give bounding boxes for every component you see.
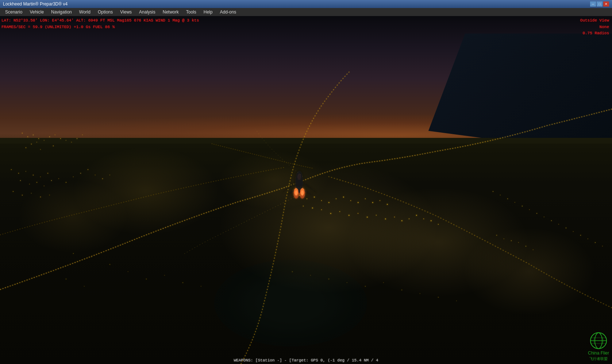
maximize-button[interactable]: □: [597, 1, 603, 7]
svg-rect-103: [128, 271, 128, 272]
svg-rect-15: [55, 135, 55, 135]
svg-rect-53: [336, 198, 336, 199]
svg-point-5: [18, 180, 128, 253]
menu-help[interactable]: Help: [200, 8, 216, 16]
svg-rect-12: [31, 144, 32, 144]
svg-rect-33: [44, 186, 45, 186]
svg-rect-20: [53, 146, 54, 146]
svg-rect-100: [73, 253, 74, 254]
svg-rect-71: [394, 217, 395, 217]
menu-options[interactable]: Options: [94, 8, 116, 16]
menu-navigation[interactable]: Navigation: [47, 8, 76, 16]
svg-rect-102: [109, 264, 110, 265]
svg-rect-67: [358, 213, 358, 214]
svg-rect-101: [91, 257, 92, 257]
svg-rect-55: [350, 200, 351, 201]
svg-rect-110: [292, 271, 293, 272]
svg-rect-27: [33, 175, 34, 175]
svg-rect-105: [84, 286, 85, 287]
menu-views[interactable]: Views: [116, 8, 135, 16]
minimize-button[interactable]: ─: [590, 1, 596, 7]
menu-scenario[interactable]: Scenario: [1, 8, 26, 16]
svg-rect-113: [347, 282, 347, 283]
hud-weapons-status: WEAPONS: [Station -] - [Target: GPS 0, (…: [234, 358, 378, 363]
svg-rect-70: [385, 218, 386, 220]
svg-rect-51: [321, 200, 322, 201]
svg-rect-35: [58, 178, 59, 179]
svg-rect-115: [383, 282, 384, 283]
svg-rect-28: [40, 177, 41, 177]
svg-rect-24: [11, 169, 12, 170]
svg-rect-30: [20, 180, 21, 181]
svg-rect-45: [31, 193, 32, 194]
svg-rect-8: [27, 136, 28, 137]
svg-rect-32: [36, 182, 37, 183]
svg-rect-61: [303, 206, 304, 206]
svg-rect-104: [66, 279, 66, 279]
svg-rect-47: [49, 195, 50, 195]
svg-rect-38: [80, 173, 81, 174]
svg-rect-74: [416, 215, 417, 216]
svg-rect-85: [544, 217, 544, 217]
svg-point-6: [463, 228, 595, 315]
svg-rect-34: [51, 180, 52, 181]
watermark-chinese: 飞行者联盟: [588, 356, 609, 361]
svg-rect-83: [529, 209, 530, 210]
svg-rect-9: [33, 135, 34, 135]
svg-rect-18: [26, 147, 26, 148]
hud-view-sub: None: [580, 24, 609, 31]
menu-world[interactable]: World: [76, 8, 94, 16]
svg-rect-95: [504, 239, 504, 239]
svg-rect-31: [29, 184, 30, 185]
close-button[interactable]: ✕: [603, 1, 609, 7]
hud-top-right: Outside View None 0.75 Radios: [580, 18, 609, 37]
svg-rect-91: [588, 239, 588, 239]
svg-rect-84: [536, 213, 537, 214]
svg-rect-79: [500, 195, 501, 195]
svg-point-131: [293, 190, 299, 199]
svg-rect-43: [13, 191, 14, 192]
svg-rect-96: [511, 240, 512, 241]
svg-rect-62: [312, 208, 313, 209]
svg-rect-42: [109, 175, 110, 175]
svg-rect-75: [423, 218, 424, 219]
svg-rect-111: [310, 275, 311, 276]
svg-rect-87: [558, 224, 559, 225]
svg-rect-76: [431, 220, 432, 221]
svg-rect-69: [376, 215, 377, 216]
menu-vehicle[interactable]: Vehicle: [26, 8, 47, 16]
viewport: LAT: N52°33.58' LON: E4°45.64' ALT: 6949…: [0, 16, 612, 364]
svg-rect-26: [26, 171, 26, 172]
svg-rect-60: [387, 204, 388, 205]
svg-rect-99: [533, 249, 534, 250]
menu-tools[interactable]: Tools: [182, 8, 200, 16]
hud-line1: LAT: N52°33.58' LON: E4°45.64' ALT: 6949…: [1, 18, 199, 24]
svg-rect-118: [438, 297, 439, 298]
svg-rect-92: [595, 242, 596, 243]
svg-rect-88: [566, 228, 566, 228]
svg-rect-7: [22, 133, 23, 133]
svg-rect-98: [526, 246, 526, 247]
svg-rect-78: [493, 191, 493, 192]
svg-rect-86: [551, 220, 552, 221]
svg-rect-17: [66, 140, 66, 141]
svg-rect-57: [365, 198, 366, 199]
svg-rect-97: [518, 242, 519, 243]
svg-rect-65: [339, 211, 340, 212]
svg-rect-66: [349, 215, 350, 216]
svg-rect-80: [507, 198, 508, 199]
menu-analysis[interactable]: Analysis: [135, 8, 159, 16]
svg-rect-106: [146, 279, 147, 279]
svg-rect-109: [201, 286, 201, 287]
svg-rect-16: [60, 138, 61, 139]
svg-rect-93: [602, 246, 603, 247]
menu-addons[interactable]: Add-ons: [216, 8, 240, 16]
svg-rect-41: [102, 178, 103, 179]
menu-network[interactable]: Network: [159, 8, 182, 16]
svg-rect-50: [314, 197, 315, 198]
watermark-brand: China Flier 飞行者联盟: [588, 351, 609, 361]
svg-point-4: [219, 151, 328, 209]
svg-rect-54: [343, 197, 344, 198]
svg-rect-107: [164, 275, 165, 276]
svg-rect-56: [358, 202, 359, 203]
